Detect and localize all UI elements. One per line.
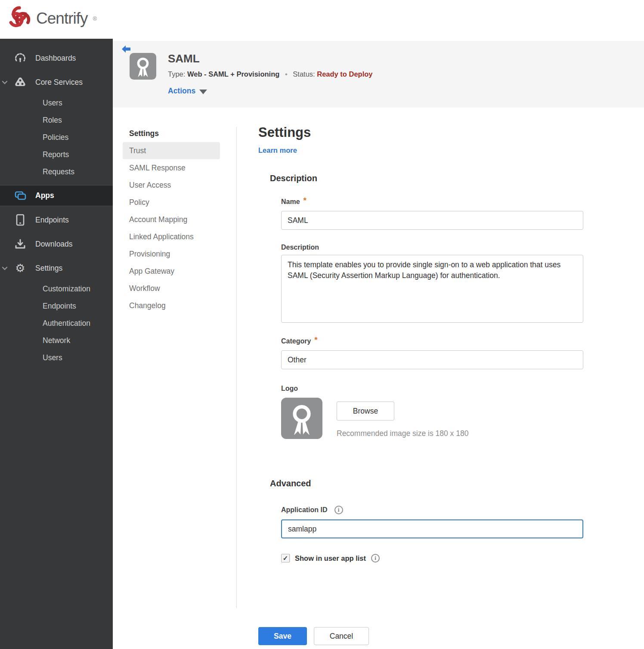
subnav-item-linked-applications[interactable]: Linked Applications [123,228,220,245]
name-field[interactable] [281,211,583,230]
sidebar-item-apps[interactable]: Apps [0,185,113,206]
status-value: Ready to Deploy [317,70,372,78]
centrify-logo[interactable]: Centrify ® [7,5,97,32]
sidebar-item-authentication[interactable]: Authentication [0,315,113,332]
browse-button[interactable]: Browse [337,402,394,420]
type-label: Type: [168,70,185,78]
application-id-label: Application ID [281,506,328,514]
apps-icon [14,191,27,201]
actions-label: Actions [168,87,195,96]
description-field[interactable]: This template enables you to provide sin… [281,255,583,323]
sidebar-item-settings-endpoints[interactable]: Endpoints [0,297,113,315]
save-button[interactable]: Save [258,627,307,645]
subnav-header: Settings [129,125,220,142]
chevron-down-icon [199,90,207,94]
subnav-item-provisioning[interactable]: Provisioning [123,245,220,263]
subnav-item-policy[interactable]: Policy [123,194,220,211]
sidebar-item-label: Dashboards [35,54,76,63]
gear-icon: ⚙ [14,263,27,274]
required-marker: * [303,196,307,205]
sidebar-item-settings-users[interactable]: Users [0,349,113,366]
sidebar-item-customization[interactable]: Customization [0,280,113,297]
settings-panel: Settings Learn more Description Name * D… [258,125,594,645]
centrify-swirl-icon [7,5,32,32]
subnav-item-changelog[interactable]: Changelog [123,297,220,314]
sidebar-item-settings[interactable]: ⚙ Settings [0,258,113,278]
subnav-item-account-mapping[interactable]: Account Mapping [123,211,220,228]
sidebar-item-endpoints[interactable]: Endpoints [0,210,113,230]
meta-separator: • [285,70,288,78]
sidebar-item-dashboards[interactable]: Dashboards [0,48,113,68]
name-label: Name [281,198,300,206]
info-icon[interactable]: i [334,506,343,514]
cancel-button[interactable]: Cancel [314,627,369,645]
sidebar-item-policies[interactable]: Policies [0,129,113,146]
app-meta: Type: Web - SAML + Provisioning • Status… [168,70,373,78]
settings-subnav: Settings Trust SAML Response User Access… [123,125,220,314]
subnav-item-app-gateway[interactable]: App Gateway [123,263,220,280]
brand-name: Centrify [36,9,87,28]
sidebar-item-label: Core Services [35,78,83,87]
chevron-expanded-icon [2,78,8,86]
category-field[interactable] [281,350,583,369]
info-icon[interactable]: i [371,554,380,562]
sidebar-item-label: Apps [35,191,54,200]
subnav-item-user-access[interactable]: User Access [123,176,220,194]
app-badge-icon [130,53,156,81]
sidebar-item-label: Downloads [35,240,73,249]
application-id-field[interactable] [281,519,583,538]
required-marker: * [314,335,317,345]
subnav-item-saml-response[interactable]: SAML Response [123,159,220,176]
status-label: Status: [293,70,315,78]
registered-mark: ® [93,15,97,22]
category-label: Category [281,337,311,345]
advanced-section-heading: Advanced [270,479,594,488]
device-icon [14,214,27,226]
recommended-size-text: Recommended image size is 180 x 180 [337,429,468,438]
app-title: SAML [168,52,200,65]
core-services-icon [14,77,27,88]
show-in-user-app-list-label: Show in user app list [295,554,366,562]
centrify-admin-page: Centrify ® Dashboards [0,0,644,649]
subnav-item-trust[interactable]: Trust [123,142,220,159]
page-title: Settings [258,125,594,140]
top-brand-bar: Centrify ® [0,0,644,39]
type-value: Web - SAML + Provisioning [187,70,279,78]
sidebar-item-core-services[interactable]: Core Services [0,72,113,92]
show-in-user-app-list-checkbox[interactable] [281,554,290,562]
app-header: SAML Type: Web - SAML + Provisioning • S… [113,41,644,108]
description-label: Description [281,244,319,251]
sidebar-item-requests[interactable]: Requests [0,163,113,180]
logo-preview-badge-icon [281,398,322,441]
sidebar: Dashboards Core Services Users Roles Pol… [0,39,113,649]
logo-label: Logo [281,385,298,392]
sidebar-item-label: Endpoints [35,216,69,225]
sidebar-item-label: Settings [35,264,62,273]
learn-more-link[interactable]: Learn more [258,146,297,155]
chevron-expanded-icon [2,264,8,272]
gauge-icon [14,53,27,64]
sidebar-item-users[interactable]: Users [0,94,113,111]
subnav-item-workflow[interactable]: Workflow [123,280,220,297]
sidebar-item-reports[interactable]: Reports [0,146,113,163]
description-section-heading: Description [270,173,594,183]
sidebar-item-roles[interactable]: Roles [0,111,113,129]
sidebar-item-downloads[interactable]: Downloads [0,234,113,254]
vertical-divider [236,127,237,608]
actions-dropdown[interactable]: Actions [168,87,207,96]
download-icon [14,238,27,250]
sidebar-item-network[interactable]: Network [0,332,113,349]
